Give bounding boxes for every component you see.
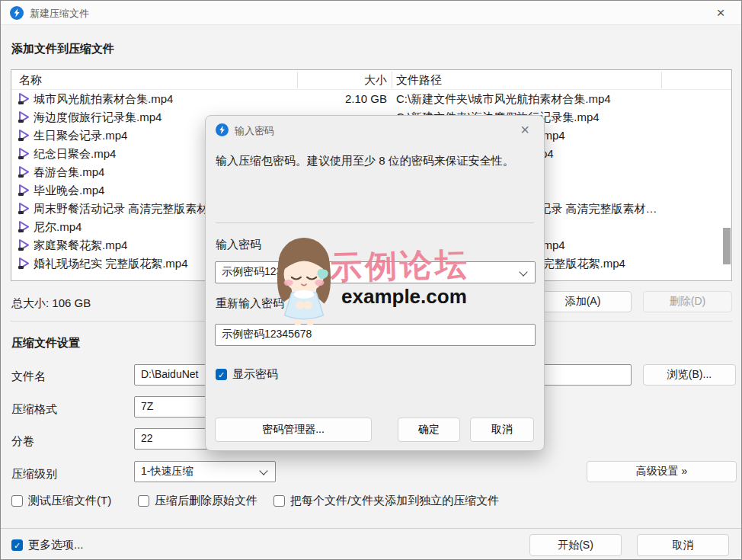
column-header-path[interactable]: 文件路径: [396, 73, 442, 88]
file-list-row[interactable]: 城市风光航拍素材合集.mp4 2.10 GB C:\新建文件夹\城市风光航拍素材…: [11, 90, 731, 108]
show-password-checkbox[interactable]: ✓ 显示密码: [216, 367, 278, 382]
checkbox-label: 把每个文件/文件夹添加到独立的压缩文件: [290, 494, 499, 508]
watermark-url: example.com: [341, 285, 467, 309]
file-name-cell: 城市风光航拍素材合集.mp4: [34, 92, 296, 107]
checkbox-icon[interactable]: [138, 495, 149, 507]
delete-button: 删除(D): [643, 291, 732, 312]
checkbox-label: 压缩后删除原始文件: [155, 494, 257, 508]
cancel-button[interactable]: 取消: [637, 534, 729, 556]
checkbox-icon[interactable]: [11, 495, 23, 507]
total-size-label: 总大小: 106 GB: [11, 296, 91, 311]
dialog-cancel-button[interactable]: 取消: [470, 418, 534, 442]
column-divider[interactable]: [392, 72, 392, 88]
filename-label: 文件名: [11, 370, 46, 384]
delete-after-checkbox[interactable]: 压缩后删除原始文件: [138, 494, 257, 508]
split-label: 分卷: [11, 434, 34, 449]
password-hint-text: 输入压缩包密码。建议使用至少 8 位的密码来保证安全性。: [216, 154, 531, 168]
checkbox-icon[interactable]: [273, 495, 285, 507]
ok-button[interactable]: 确定: [398, 418, 460, 442]
window-titlebar: 新建压缩文件 ×: [1, 1, 741, 25]
checkbox-checked-icon[interactable]: ✓: [216, 369, 227, 380]
vertical-scrollbar-thumb[interactable]: [723, 228, 731, 264]
separate-archives-checkbox[interactable]: 把每个文件/文件夹添加到独立的压缩文件: [273, 494, 499, 508]
video-file-icon: [18, 257, 30, 270]
cartoon-girl-sticker: [257, 235, 351, 328]
video-file-icon: [18, 147, 30, 160]
new-archive-window: 新建压缩文件 × 添加文件到压缩文件 名称 大小 文件路径 城市风光航拍素材合集…: [0, 0, 742, 560]
password-manager-button[interactable]: 密码管理器...: [215, 418, 372, 442]
dialog-title: 输入密码: [235, 124, 274, 138]
level-label: 压缩级别: [11, 467, 57, 482]
column-header-size[interactable]: 大小: [297, 73, 387, 88]
archive-settings-title: 压缩文件设置: [11, 336, 80, 350]
level-select[interactable]: 1-快速压缩: [134, 461, 276, 482]
file-size-cell: 2.10 GB: [297, 92, 387, 105]
video-file-icon: [18, 220, 30, 233]
window-title: 新建压缩文件: [30, 7, 89, 21]
video-file-icon: [18, 238, 30, 251]
dialog-titlebar: 输入密码 ×: [206, 116, 544, 145]
advanced-settings-button[interactable]: 高级设置 »: [587, 461, 737, 482]
checkbox-checked-icon[interactable]: ✓: [11, 539, 23, 551]
bandizip-app-icon: [10, 6, 24, 20]
bandizip-app-icon: [216, 123, 229, 136]
chevron-down-icon: [259, 466, 267, 475]
window-close-icon[interactable]: ×: [711, 3, 731, 23]
start-button[interactable]: 开始(S): [529, 534, 622, 556]
level-value: 1-快速压缩: [141, 465, 193, 477]
test-archive-checkbox[interactable]: 测试压缩文件(T): [11, 494, 111, 508]
video-file-icon: [18, 129, 30, 142]
more-options-checkbox[interactable]: ✓ 更多选项...: [11, 538, 84, 552]
dialog-close-icon[interactable]: ×: [515, 120, 535, 139]
column-divider[interactable]: [661, 72, 662, 88]
video-file-icon: [18, 165, 30, 178]
checkbox-label: 更多选项...: [28, 538, 84, 552]
video-file-icon: [18, 110, 30, 123]
checkbox-label: 显示密码: [232, 367, 278, 382]
dialog-divider: [216, 222, 534, 223]
format-label: 压缩格式: [11, 402, 57, 417]
video-file-icon: [18, 202, 30, 215]
page-title: 添加文件到压缩文件: [11, 42, 114, 56]
column-header-name[interactable]: 名称: [19, 73, 42, 88]
footer-divider: [1, 528, 742, 529]
browse-button[interactable]: 浏览(B)...: [643, 364, 736, 386]
chevron-down-icon: [519, 267, 527, 276]
password-label: 输入密码: [216, 238, 261, 252]
video-file-icon: [18, 92, 30, 105]
video-file-icon: [18, 184, 30, 197]
column-divider[interactable]: [297, 72, 298, 88]
file-path-cell: C:\新建文件夹\城市风光航拍素材合集.mp4: [396, 92, 661, 107]
file-list-header: 名称 大小 文件路径: [11, 70, 731, 90]
add-button[interactable]: 添加(A): [534, 291, 632, 312]
checkbox-label: 测试压缩文件(T): [28, 494, 111, 508]
